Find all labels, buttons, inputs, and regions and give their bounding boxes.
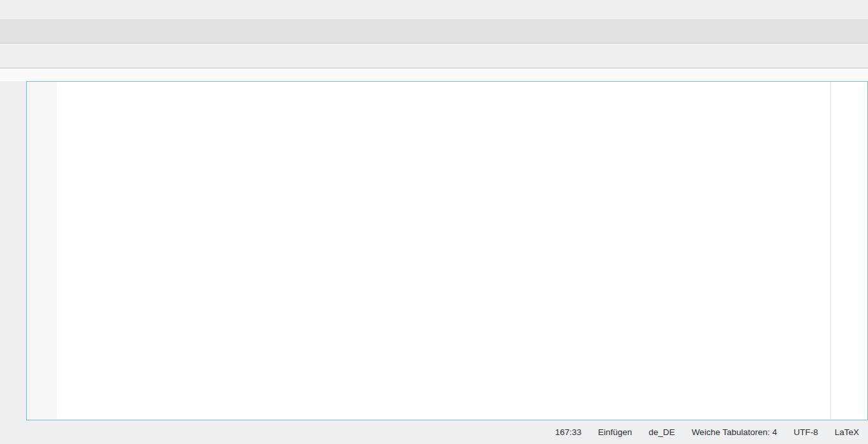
kate-window: 167:33 Einfügen de_DE Weiche Tabulatoren… xyxy=(0,0,868,444)
tab-bar xyxy=(0,43,868,68)
documents-button[interactable] xyxy=(0,43,28,68)
status-bar: 167:33 Einfügen de_DE Weiche Tabulatoren… xyxy=(0,420,868,444)
syntax-mode[interactable]: LaTeX xyxy=(835,427,859,437)
breadcrumb xyxy=(0,68,868,81)
text-area[interactable] xyxy=(57,82,830,420)
dictionary[interactable]: de_DE xyxy=(648,427,675,437)
status-right: 167:33 Einfügen de_DE Weiche Tabulatoren… xyxy=(555,427,862,437)
history-forward-button[interactable] xyxy=(46,43,64,68)
scrollbar-minimap[interactable] xyxy=(830,82,867,420)
tab-settings[interactable]: Weiche Tabulatoren: 4 xyxy=(692,427,777,437)
input-mode[interactable]: Einfügen xyxy=(598,427,632,437)
encoding[interactable]: UTF-8 xyxy=(793,427,818,437)
menu-bar xyxy=(0,0,868,19)
side-rail xyxy=(0,81,26,420)
history-back-button[interactable] xyxy=(28,43,46,68)
line-number-gutter xyxy=(27,82,57,420)
tabbar-actions xyxy=(860,43,868,68)
main-area xyxy=(0,81,868,420)
cursor-position[interactable]: 167:33 xyxy=(555,427,581,437)
editor-view[interactable] xyxy=(26,81,868,420)
toolbar xyxy=(0,19,868,43)
